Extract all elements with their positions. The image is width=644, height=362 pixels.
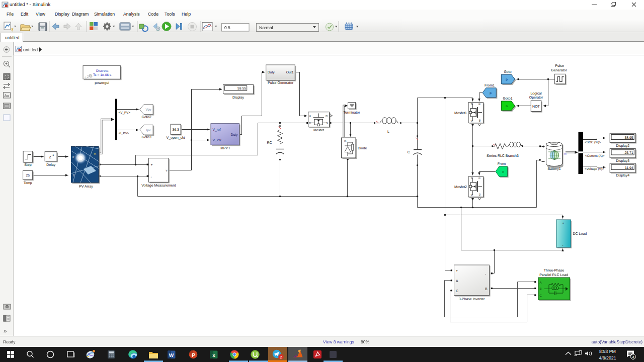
svg-text:A=: A= [5, 94, 10, 98]
svg-text:»: » [4, 327, 7, 334]
svg-text:auto(VariableStepDiscrete): auto(VariableStepDiscrete) [592, 339, 643, 344]
svg-text:80%: 80% [361, 339, 369, 344]
svg-text:untitled: untitled [23, 47, 38, 52]
svg-text:0.5: 0.5 [224, 25, 230, 30]
svg-text:View 8 warnings: View 8 warnings [323, 339, 354, 344]
svg-text:Ready: Ready [3, 339, 16, 344]
svg-text:Normal: Normal [259, 25, 273, 30]
